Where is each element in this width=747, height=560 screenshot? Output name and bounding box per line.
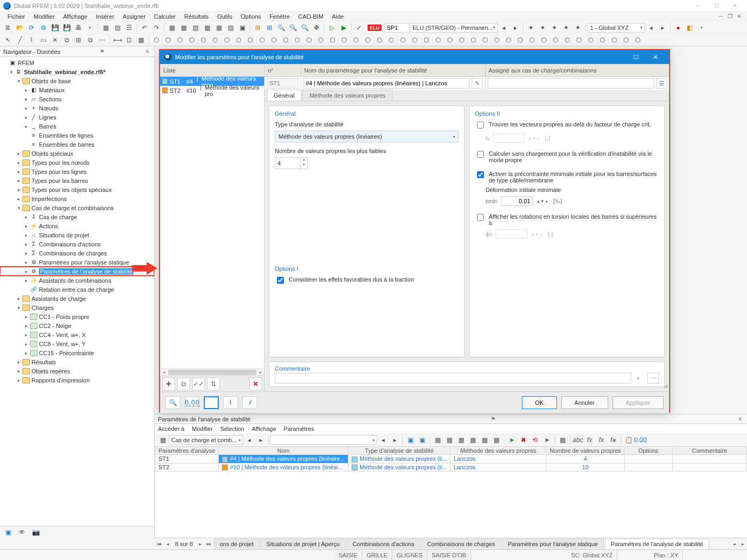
bpf-icon[interactable]: ▦ (491, 435, 502, 445)
dialog-close-icon[interactable]: ✕ (646, 50, 665, 64)
tree-types-objspec[interactable]: ▸Types pour les objets spéciaux (0, 185, 154, 194)
emin-input[interactable] (501, 196, 533, 206)
t2k-icon[interactable]: ⬡ (268, 35, 279, 45)
t2b-icon[interactable]: ⬡ (163, 35, 173, 45)
tree-barres[interactable]: ▸⎯Barres (0, 122, 154, 131)
view4-icon[interactable]: ▦ (202, 22, 212, 33)
res2-icon[interactable]: ✦ (537, 22, 548, 33)
next-icon[interactable]: ▸ (510, 22, 521, 33)
cprev-icon[interactable]: ◂ (646, 22, 656, 33)
rect-icon[interactable]: ▭ (38, 35, 49, 45)
menu-outils[interactable]: Outils (213, 12, 236, 21)
cell-meth[interactable]: Lanczos (450, 455, 546, 463)
cell-type[interactable]: Méthode des valeurs propres (li... (348, 463, 450, 471)
list-sort-button[interactable]: ⇅ (207, 378, 220, 390)
print-icon[interactable]: 🖶 (73, 22, 84, 33)
t2af-icon[interactable]: ⬡ (515, 35, 526, 45)
t2m-icon[interactable]: ⬡ (292, 35, 303, 45)
res3-icon[interactable]: ✦ (549, 22, 560, 33)
menu-modifier[interactable]: Modifier (29, 12, 59, 21)
cnext-icon[interactable]: ▸ (657, 22, 668, 33)
grid-table[interactable]: Paramètres d'analyse Nom Type d'analyse … (155, 446, 747, 471)
bt-last-icon[interactable]: ⏭ (205, 539, 213, 549)
sp-input[interactable] (384, 23, 410, 33)
redo-icon[interactable]: ↷ (151, 22, 162, 33)
t2n-icon[interactable]: ⬡ (304, 35, 314, 45)
cell-name[interactable]: #4 | Méthode des valeurs propres (linéai… (219, 455, 348, 463)
list-checkall-button[interactable]: ✓✓ (192, 378, 205, 390)
view7-icon[interactable]: ▣ (237, 22, 248, 33)
table-icon[interactable]: ▦ (100, 22, 111, 33)
t2ag-icon[interactable]: ⬡ (527, 35, 537, 45)
t2ad-icon[interactable]: ⬡ (491, 35, 502, 45)
bt-tab-paramstab[interactable]: Paramètres de l'analyse de stabilité (605, 539, 709, 549)
t2f-icon[interactable]: ⬡ (210, 35, 220, 45)
settings-icon[interactable]: ⚙ (38, 22, 49, 33)
nav-data-icon[interactable]: ▣ (2, 527, 14, 537)
tree-cc15[interactable]: ▸CC15 - Précontrainte (0, 348, 154, 357)
cell-id[interactable]: ST2 (155, 463, 219, 471)
th-id[interactable]: Paramètres d'analyse (155, 447, 219, 455)
tree-types-noeuds[interactable]: ▸Types pour les nœuds (0, 158, 154, 167)
assigned-list-icon[interactable]: ☰ (656, 78, 667, 89)
tree-types-lignes[interactable]: ▸Types pour les lignes (0, 167, 154, 176)
status-grille[interactable]: GRILLE (362, 550, 392, 560)
calc2-icon[interactable]: ▶ (338, 22, 349, 33)
tree-cc2[interactable]: ▸CC2 - Neige (0, 321, 154, 330)
footer-zoom-icon[interactable]: 🔍 (165, 396, 180, 409)
t2y-icon[interactable]: ⬡ (433, 35, 443, 45)
saveall-icon[interactable]: 💾 (61, 22, 72, 33)
list-new-button[interactable]: ✚ (162, 378, 175, 390)
t2ai-icon[interactable]: ⬡ (550, 35, 561, 45)
t2x-icon[interactable]: ⬡ (421, 35, 432, 45)
opt-noload[interactable]: Calculer sans chargement pour la vérific… (475, 150, 659, 163)
cell-name[interactable]: #10 | Méthode des valeurs propres (linéa… (219, 463, 348, 471)
t2ao-icon[interactable]: ⬡ (621, 35, 631, 45)
bp-units-icon[interactable]: 0.00 (635, 435, 646, 445)
nav-eye-icon[interactable]: 👁 (16, 527, 28, 537)
tree-rapports[interactable]: ▸Rapports d'impression (0, 375, 154, 385)
tree-ens-lignes[interactable]: ≡Ensembles de lignes (0, 131, 154, 140)
th-comment[interactable]: Commentaire (672, 447, 746, 455)
array-icon[interactable]: ⊞ (73, 35, 84, 45)
menu-affichage[interactable]: Affichage (59, 12, 92, 21)
list-copy-button[interactable]: ⧉ (177, 378, 190, 390)
t2al-icon[interactable]: ⬡ (585, 35, 596, 45)
bp-menu-acceder[interactable]: Accéder à (158, 426, 185, 432)
coord-dropdown[interactable]: 1 - Global XYZ▾ (587, 23, 645, 33)
tree-sections[interactable]: ▸▱Sections (0, 94, 154, 103)
misc-icon[interactable]: ⋯ (97, 35, 107, 45)
bp-filter2-dropdown[interactable]: ▾ (271, 435, 377, 445)
combo-dropdown[interactable]: ELU (STR/GEO) - Permanen...▾ (410, 23, 498, 33)
list-scrollbar[interactable]: ◂▸ (160, 368, 264, 375)
tree-cc-paramstatique[interactable]: ▸⚙Paramètres pour l'analyse statique (0, 258, 154, 267)
t2ap-icon[interactable]: ⬡ (632, 35, 643, 45)
bp-fx4-icon[interactable]: fx̶ (608, 435, 618, 445)
bt-tab-ons[interactable]: ons de projet (214, 539, 260, 549)
status-saisie[interactable]: SAISIE (335, 550, 362, 560)
t2w-icon[interactable]: ⬡ (409, 35, 420, 45)
menu-caobim[interactable]: CAO-BIM (294, 12, 328, 21)
bt-first-icon[interactable]: ⏮ (155, 539, 163, 549)
bp-close-icon[interactable]: ✕ (736, 416, 744, 422)
cancel-button[interactable]: Annuler (561, 396, 608, 409)
bpb-icon[interactable]: ▦ (444, 435, 455, 445)
menu-aide[interactable]: Aide (328, 12, 348, 21)
tree-cc4[interactable]: ▸CC4 - Vent, w+, X (0, 330, 154, 339)
cell-opt[interactable] (624, 463, 672, 471)
bt-tab-comba[interactable]: Combinaisons d'actions (347, 539, 420, 549)
bp-menu-affichage[interactable]: Affichage (252, 426, 276, 432)
tree-file[interactable]: ▾🗎Stahlhalle_webinar_ende.rf6* (0, 67, 154, 76)
calc-icon[interactable]: ▷ (327, 22, 337, 33)
bp-fx2-icon[interactable]: fx (584, 435, 595, 445)
opt-prestress[interactable]: Activer la précontrainte minimale initia… (475, 171, 659, 183)
bp-sel2-icon[interactable]: ▣ (417, 435, 427, 445)
bpe-icon[interactable]: ▦ (479, 435, 490, 445)
bp-del-icon[interactable]: ✖ (518, 435, 529, 445)
t2r-icon[interactable]: ⬡ (351, 35, 361, 45)
bp-clip-icon[interactable]: 📋 (623, 435, 634, 445)
bp-table[interactable]: Paramètres d'analyse Nom Type d'analyse … (155, 446, 747, 538)
mdi-close-icon[interactable]: ✕ (735, 13, 743, 20)
bp-sel1-icon[interactable]: ▣ (405, 435, 416, 445)
arrow-icon[interactable]: ↖ (3, 35, 13, 45)
